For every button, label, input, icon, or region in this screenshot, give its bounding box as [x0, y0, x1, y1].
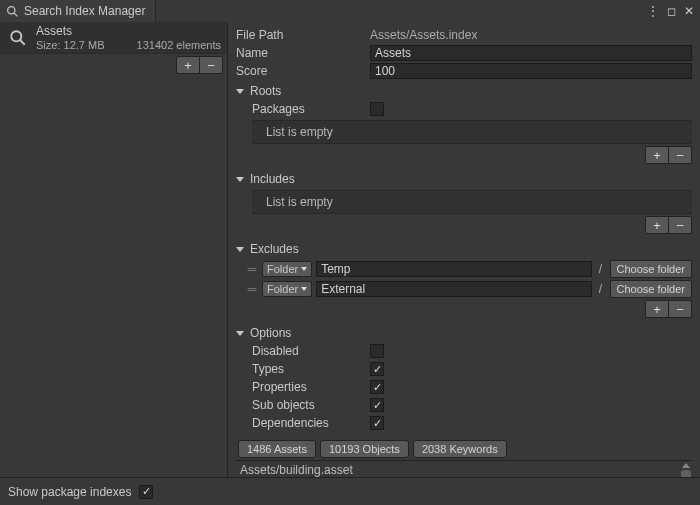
- option-subobjects-checkbox[interactable]: ✓: [370, 398, 384, 412]
- includes-foldout[interactable]: Includes: [236, 170, 692, 188]
- score-label: Score: [236, 64, 370, 78]
- remove-root-button[interactable]: −: [668, 146, 692, 164]
- add-include-button[interactable]: +: [645, 216, 669, 234]
- add-index-button[interactable]: +: [176, 56, 200, 74]
- filepath-label: File Path: [236, 28, 370, 42]
- scrollbar[interactable]: [680, 463, 692, 477]
- inspector-panel: File Path Assets/Assets.index Name Score…: [228, 22, 700, 477]
- add-root-button[interactable]: +: [645, 146, 669, 164]
- index-elements: 131402 elements: [137, 38, 227, 52]
- name-label: Name: [236, 46, 370, 60]
- window-tab[interactable]: Search Index Manager: [0, 0, 156, 22]
- excludes-foldout[interactable]: Excludes: [236, 240, 692, 258]
- exclude-row: ═ Folder / Choose folder: [246, 260, 692, 278]
- svg-point-2: [11, 31, 21, 41]
- option-subobjects-label: Sub objects: [252, 398, 370, 412]
- options-foldout[interactable]: Options: [236, 324, 692, 342]
- choose-folder-button[interactable]: Choose folder: [610, 280, 693, 298]
- option-types-checkbox[interactable]: ✓: [370, 362, 384, 376]
- option-properties-checkbox[interactable]: ✓: [370, 380, 384, 394]
- exclude-type-dropdown[interactable]: Folder: [262, 261, 312, 277]
- show-package-indexes-checkbox[interactable]: ✓: [139, 485, 153, 499]
- caret-down-icon: [236, 89, 244, 94]
- option-properties-label: Properties: [252, 380, 370, 394]
- exclude-value-input[interactable]: [316, 261, 591, 277]
- caret-down-icon: [236, 177, 244, 182]
- option-disabled-checkbox[interactable]: [370, 344, 384, 358]
- add-exclude-button[interactable]: +: [645, 300, 669, 318]
- exclude-type-dropdown[interactable]: Folder: [262, 281, 312, 297]
- reorder-handle-icon[interactable]: ═: [246, 282, 258, 296]
- filepath-value: Assets/Assets.index: [370, 28, 692, 42]
- option-dependencies-label: Dependencies: [252, 416, 370, 430]
- scroll-thumb[interactable]: [681, 470, 691, 477]
- index-list-panel: Assets Size: 12.7 MB 131402 elements + −: [0, 22, 228, 477]
- kebab-menu-icon[interactable]: ⋮: [647, 4, 659, 18]
- score-input[interactable]: [370, 63, 692, 79]
- svg-point-0: [8, 6, 15, 13]
- roots-foldout[interactable]: Roots: [236, 82, 692, 100]
- packages-label: Packages: [252, 102, 370, 116]
- index-list-item[interactable]: Assets Size: 12.7 MB 131402 elements: [0, 22, 227, 54]
- index-name: Assets: [36, 24, 227, 38]
- packages-checkbox[interactable]: [370, 102, 384, 116]
- asset-list: Assets/building.asset Assets/CustomForwa…: [236, 460, 692, 477]
- show-package-indexes-label: Show package indexes: [8, 485, 131, 499]
- roots-list: List is empty: [252, 120, 692, 144]
- includes-list: List is empty: [252, 190, 692, 214]
- option-types-label: Types: [252, 362, 370, 376]
- remove-index-button[interactable]: −: [199, 56, 223, 74]
- caret-down-icon: [301, 267, 307, 271]
- tab-keywords[interactable]: 2038 Keywords: [413, 440, 507, 458]
- close-icon[interactable]: ✕: [684, 4, 694, 18]
- tab-assets[interactable]: 1486 Assets: [238, 440, 316, 458]
- list-item[interactable]: Assets/building.asset: [236, 461, 692, 477]
- caret-down-icon: [301, 287, 307, 291]
- index-size: Size: 12.7 MB: [36, 38, 104, 52]
- reorder-handle-icon[interactable]: ═: [246, 262, 258, 276]
- exclude-value-input[interactable]: [316, 281, 591, 297]
- option-dependencies-checkbox[interactable]: ✓: [370, 416, 384, 430]
- choose-folder-button[interactable]: Choose folder: [610, 260, 693, 278]
- caret-down-icon: [236, 247, 244, 252]
- remove-exclude-button[interactable]: −: [668, 300, 692, 318]
- scroll-up-icon[interactable]: [682, 463, 690, 468]
- search-icon: [9, 29, 27, 47]
- window-title: Search Index Manager: [24, 4, 145, 18]
- search-icon: [6, 5, 19, 18]
- exclude-row: ═ Folder / Choose folder: [246, 280, 692, 298]
- svg-line-1: [14, 13, 17, 16]
- name-input[interactable]: [370, 45, 692, 61]
- maximize-icon[interactable]: ◻: [667, 5, 676, 18]
- caret-down-icon: [236, 331, 244, 336]
- remove-include-button[interactable]: −: [668, 216, 692, 234]
- option-disabled-label: Disabled: [252, 344, 370, 358]
- svg-line-3: [20, 40, 25, 45]
- tab-objects[interactable]: 10193 Objects: [320, 440, 409, 458]
